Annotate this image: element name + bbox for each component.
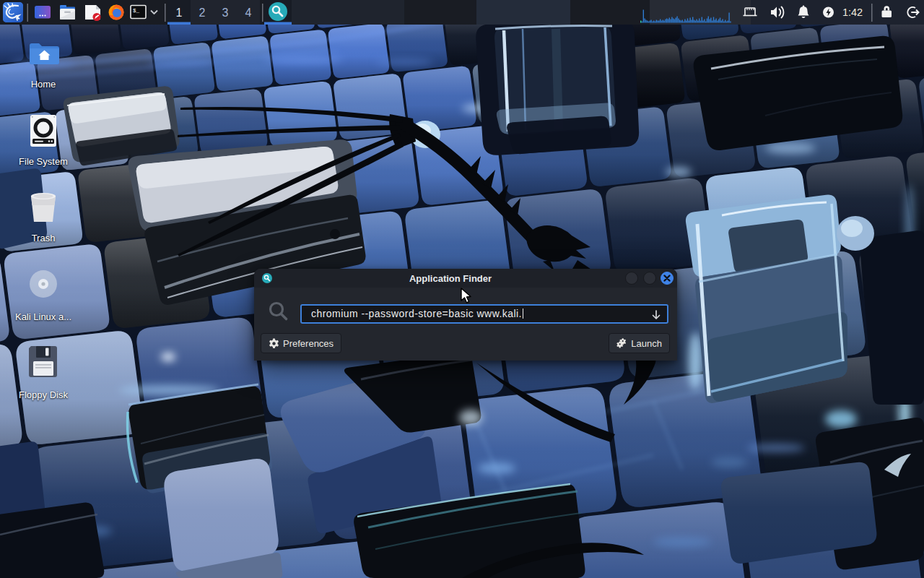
svg-text:1: 1 bbox=[176, 7, 183, 19]
svg-text:$_: $_ bbox=[133, 8, 140, 14]
svg-text:3: 3 bbox=[222, 7, 229, 19]
svg-text:1:42: 1:42 bbox=[842, 7, 863, 18]
svg-text:4: 4 bbox=[245, 7, 252, 19]
svg-text:2: 2 bbox=[199, 7, 206, 19]
